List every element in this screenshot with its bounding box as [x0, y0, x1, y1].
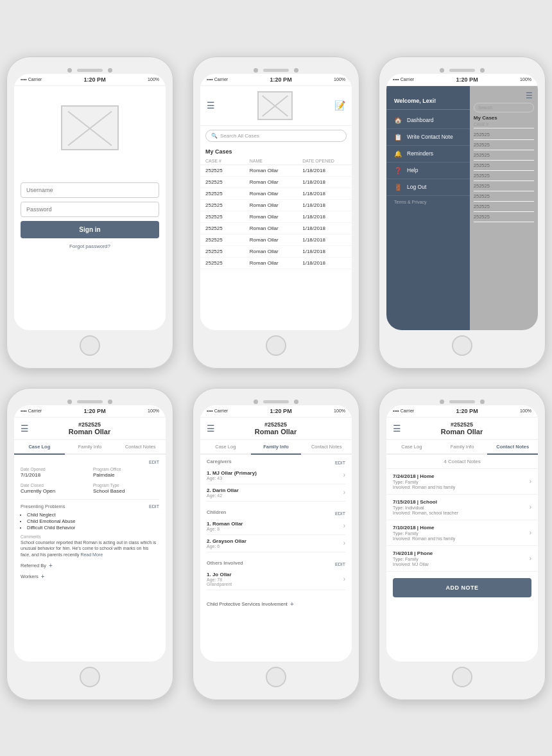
caregiver-row[interactable]: 1. MJ Ollar (Primary) Age: 43 ›: [207, 467, 345, 484]
time-display: 1:20 PM: [456, 408, 478, 414]
sign-in-button[interactable]: Sign in: [21, 221, 159, 238]
battery-indicator: 100%: [148, 409, 159, 413]
hamburger-icon[interactable]: ☰: [207, 100, 215, 110]
home-button[interactable]: [266, 335, 286, 356]
table-row[interactable]: 252525 Roman Ollar 1/18/2018: [200, 177, 352, 188]
status-bar-5: •••• Carrier 1:20 PM 100%: [200, 405, 352, 418]
case-row[interactable]: 252525: [474, 161, 534, 171]
notes-list: 7/24/2018 | Home Type: Family Involved: …: [386, 469, 538, 572]
case-row[interactable]: 252525: [474, 181, 534, 191]
child-age-1: Age: 8: [207, 527, 243, 531]
child-row[interactable]: 1. Roman Ollar Age: 8 ›: [207, 518, 345, 535]
date-cell: 1/18/2018: [302, 225, 347, 231]
add-cps-icon[interactable]: +: [290, 601, 294, 608]
home-button[interactable]: [80, 335, 100, 356]
header-image: [257, 91, 293, 120]
case-row[interactable]: 252525: [474, 212, 534, 222]
caregiver-age-2: Age: 42: [207, 493, 239, 498]
case-num-cell: 252525: [205, 202, 250, 208]
tab-case-log[interactable]: Case Log: [386, 440, 437, 455]
other-row[interactable]: 1. Jo Ollar Age: 78 Grandparent ›: [207, 568, 345, 590]
child-age-2: Age: 6: [207, 544, 246, 549]
menu-item-write-note[interactable]: 📋 Write Contact Note: [386, 129, 470, 146]
tab-family-info[interactable]: Family Info: [437, 440, 488, 455]
notes-count: 4 Contact Notes: [386, 455, 538, 469]
note-involved-2: Involved: Roman, school teacher: [393, 511, 530, 515]
case-row[interactable]: 252525: [474, 140, 534, 150]
name-cell: Roman Ollar: [250, 168, 303, 173]
tab-contact-notes[interactable]: Contact Notes: [115, 440, 166, 455]
table-row[interactable]: 252525 Roman Ollar 1/18/2018: [200, 165, 352, 177]
note-row[interactable]: 7/10/2018 | Home Type: Family Involved: …: [386, 520, 538, 546]
search-bar[interactable]: 🔍 Search All Cases: [205, 130, 347, 142]
caregivers-section: Caregivers EDIT 1. MJ Ollar (Primary) Ag…: [200, 455, 352, 505]
note-row[interactable]: 7/4/2018 | Phone Type: Family Involved: …: [386, 546, 538, 572]
table-row[interactable]: 252525 Roman Ollar 1/18/2018: [200, 200, 352, 211]
edit-icon[interactable]: 📝: [334, 100, 345, 110]
speaker: [77, 69, 103, 72]
case-row[interactable]: 252525: [474, 202, 534, 212]
tab-contact-notes[interactable]: Contact Notes: [487, 440, 538, 455]
hamburger-icon[interactable]: ☰: [21, 423, 29, 434]
tab-case-log[interactable]: Case Log: [14, 440, 65, 455]
note-date-2: 7/15/2018 | School: [393, 499, 530, 505]
note-date-4: 7/4/2018 | Phone: [393, 550, 530, 556]
edit-caregivers[interactable]: EDIT: [335, 461, 345, 465]
edit-others[interactable]: EDIT: [335, 562, 345, 567]
case-number: #252525: [441, 421, 483, 428]
hamburger-icon[interactable]: ☰: [207, 423, 215, 434]
child-row[interactable]: 2. Grayson Ollar Age: 6 ›: [207, 535, 345, 552]
caregiver-row[interactable]: 2. Darin Ollar Age: 42 ›: [207, 484, 345, 502]
search-bar-right[interactable]: Search: [474, 103, 534, 112]
table-row[interactable]: 252525 Roman Ollar 1/18/2018: [200, 223, 352, 234]
case-row[interactable]: 252525: [474, 130, 534, 140]
menu-item-reminders[interactable]: 🔔 Reminders: [386, 146, 470, 163]
case-row[interactable]: 252525: [474, 150, 534, 161]
status-bar-2: •••• Carrier 1:20 PM 100%: [200, 74, 352, 86]
caregiver-name-1: 1. MJ Ollar (Primary): [207, 470, 257, 476]
case-row[interactable]: 252525: [474, 171, 534, 181]
cases-header: ☰ 📝: [200, 86, 352, 126]
home-button[interactable]: [80, 667, 100, 687]
username-input[interactable]: [21, 182, 159, 198]
forgot-password-link[interactable]: Forgot password?: [69, 243, 110, 249]
note-row[interactable]: 7/15/2018 | School Type: Individual Invo…: [386, 495, 538, 520]
tab-family-info[interactable]: Family Info: [65, 440, 116, 455]
add-worker-icon[interactable]: +: [41, 573, 45, 580]
case-name: Roman Ollar: [69, 428, 110, 435]
menu-label-dashboard: Dashboard: [407, 117, 434, 123]
edit-link-problems[interactable]: EDIT: [149, 504, 159, 509]
home-button[interactable]: [452, 667, 472, 687]
other-name-1: 1. Jo Ollar: [207, 572, 232, 577]
note-row[interactable]: 7/24/2018 | Home Type: Family Involved: …: [386, 469, 538, 495]
add-referred-icon[interactable]: +: [49, 562, 53, 569]
password-input[interactable]: [21, 202, 159, 217]
signal-indicator: •••• Carrier: [207, 409, 228, 413]
case-header: ☰ #252525 Roman Ollar: [386, 418, 538, 440]
home-button[interactable]: [266, 667, 286, 687]
search-placeholder: Search All Cases: [220, 133, 259, 139]
edit-link-top[interactable]: EDIT: [149, 460, 159, 464]
hamburger-icon[interactable]: ☰: [393, 423, 401, 434]
menu-item-help[interactable]: ❓ Help: [386, 163, 470, 179]
terms-privacy[interactable]: Terms & Privacy: [386, 196, 470, 208]
tab-family-info[interactable]: Family Info: [251, 440, 302, 455]
tab-case-log[interactable]: Case Log: [200, 440, 251, 455]
menu-item-logout[interactable]: 🚪 Log Out: [386, 179, 470, 196]
tab-contact-notes[interactable]: Contact Notes: [301, 440, 352, 455]
hamburger-icon-right[interactable]: ☰: [526, 91, 533, 100]
add-note-button[interactable]: ADD NOTE: [393, 578, 531, 597]
table-row[interactable]: 252525 Roman Ollar 1/18/2018: [200, 258, 352, 269]
workers-label: Workers: [21, 574, 39, 579]
table-row[interactable]: 252525 Roman Ollar 1/18/2018: [200, 188, 352, 200]
case-num-cell: 252525: [205, 179, 250, 185]
case-row[interactable]: 252525: [474, 191, 534, 202]
menu-item-dashboard[interactable]: 🏠 Dashboard: [386, 112, 470, 129]
edit-children[interactable]: EDIT: [335, 511, 345, 516]
table-row[interactable]: 252525 Roman Ollar 1/18/2018: [200, 234, 352, 246]
read-more-link[interactable]: Read More: [80, 552, 103, 557]
table-row[interactable]: 252525 Roman Ollar 1/18/2018: [200, 246, 352, 258]
home-button[interactable]: [452, 335, 472, 356]
table-row[interactable]: 252525 Roman Ollar 1/18/2018: [200, 211, 352, 223]
battery-indicator: 100%: [334, 409, 345, 413]
